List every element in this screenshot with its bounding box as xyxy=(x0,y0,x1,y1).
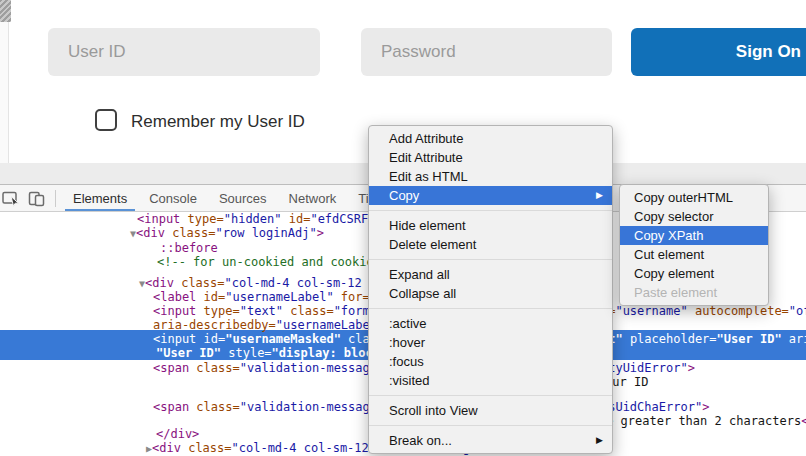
submenu-item-copy-selector[interactable]: Copy selector xyxy=(620,207,768,226)
menu-item-hide-element[interactable]: Hide element xyxy=(369,216,612,235)
context-menu: Add AttributeEdit AttributeEdit as HTMLC… xyxy=(368,125,613,454)
code-token: class= xyxy=(196,361,239,375)
code-token: > xyxy=(702,400,709,414)
code-token: class= xyxy=(172,226,215,240)
code-token: aria-describedby= xyxy=(153,318,276,332)
code-token: id= xyxy=(289,212,311,226)
menu-separator xyxy=(369,259,612,260)
code-token: id= xyxy=(204,332,226,346)
code-token: "User ID" xyxy=(156,346,228,360)
code-line[interactable]: ::before xyxy=(160,241,218,256)
code-token: <label xyxy=(153,290,204,304)
code-token: class= xyxy=(290,304,333,318)
code-token: > xyxy=(317,226,324,240)
code-token: type= xyxy=(188,212,224,226)
code-token: <input xyxy=(153,332,204,346)
menu-item-add-attribute[interactable]: Add Attribute xyxy=(369,129,612,148)
menu-item-expand-all[interactable]: Expand all xyxy=(369,265,612,284)
menu-item-visited[interactable]: :visited xyxy=(369,371,612,390)
code-token: class= xyxy=(181,276,224,290)
submenu-arrow-icon: ▶ xyxy=(596,186,603,205)
code-token: <div xyxy=(145,276,181,290)
submenu-item-copy-outerhtml[interactable]: Copy outerHTML xyxy=(620,188,768,207)
submenu-item-cut-element[interactable]: Cut element xyxy=(620,245,768,264)
menu-separator xyxy=(369,395,612,396)
code-token: class= xyxy=(188,441,231,455)
code-token: type= xyxy=(204,304,240,318)
code-token: > xyxy=(688,361,695,375)
code-token: "text" xyxy=(240,304,291,318)
code-token: class= xyxy=(196,400,239,414)
code-token: id= xyxy=(204,290,226,304)
submenu-item-copy-xpath[interactable]: Copy XPath xyxy=(620,226,768,245)
code-token: "usernameMasked" xyxy=(225,332,348,346)
code-token: <div xyxy=(136,226,172,240)
code-token: <span xyxy=(153,400,196,414)
code-token: for= xyxy=(341,290,370,304)
code-token: autocomplete= xyxy=(695,304,789,318)
code-token: "off" xyxy=(789,304,806,318)
code-token: <span xyxy=(153,361,196,375)
menu-item-edit-attribute[interactable]: Edit Attribute xyxy=(369,148,612,167)
submenu-item-paste-element: Paste element xyxy=(620,283,768,302)
code-line[interactable]: </div> xyxy=(156,427,199,442)
code-token: "hidden" xyxy=(224,212,289,226)
code-token: ::before xyxy=(160,241,218,255)
code-token: "row loginAdj" xyxy=(216,226,317,240)
code-token: "username" xyxy=(615,304,694,318)
menu-separator xyxy=(369,210,612,211)
menu-item-hover[interactable]: :hover xyxy=(369,333,612,352)
code-token: style= xyxy=(228,346,271,360)
menu-item-break-on[interactable]: Break on...▶ xyxy=(369,431,612,450)
code-token: <input xyxy=(153,304,204,318)
code-token: "User ID" xyxy=(717,332,789,346)
menu-item-delete-element[interactable]: Delete element xyxy=(369,235,612,254)
code-token: placeholder= xyxy=(630,332,717,346)
menu-item-focus[interactable]: :focus xyxy=(369,352,612,371)
code-token: <input xyxy=(137,212,188,226)
menu-separator xyxy=(369,425,612,426)
code-line[interactable]: ▼<div class="row loginAdj"> xyxy=(130,226,324,241)
code-token: "usernameLabel" xyxy=(225,290,341,304)
menu-item-collapse-all[interactable]: Collapse all xyxy=(369,284,612,303)
submenu-item-copy-element[interactable]: Copy element xyxy=(620,264,768,283)
submenu-arrow-icon: ▶ xyxy=(596,431,603,450)
copy-submenu: Copy outerHTMLCopy selectorCopy XPathCut… xyxy=(619,184,769,306)
code-line[interactable]: "User ID" style="display: block;"> xyxy=(156,346,402,361)
menu-item-active[interactable]: :active xyxy=(369,314,612,333)
code-token: </span> xyxy=(801,414,806,428)
menu-item-scroll-into-view[interactable]: Scroll into View xyxy=(369,401,612,420)
code-token: <div xyxy=(152,441,188,455)
code-token: </div> xyxy=(156,427,199,441)
menu-separator xyxy=(369,308,612,309)
menu-item-copy[interactable]: Copy▶ xyxy=(369,186,612,205)
code-token: aria-label= xyxy=(789,332,806,346)
menu-item-edit-as-html[interactable]: Edit as HTML xyxy=(369,167,612,186)
